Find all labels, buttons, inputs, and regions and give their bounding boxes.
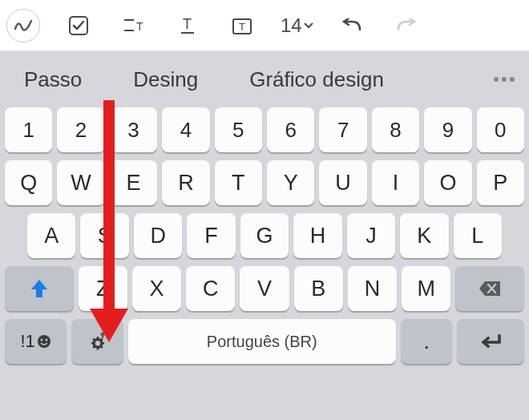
settings-key[interactable] <box>71 319 123 364</box>
backspace-key[interactable] <box>455 266 524 311</box>
key-1[interactable]: 1 <box>5 107 52 152</box>
symbols-key[interactable]: !1 <box>5 319 67 364</box>
key-v[interactable]: V <box>240 266 289 311</box>
key-w[interactable]: W <box>57 160 104 205</box>
svg-point-9 <box>40 339 42 341</box>
period-key[interactable]: . <box>401 319 452 364</box>
svg-point-11 <box>101 333 105 337</box>
key-h[interactable]: H <box>293 213 341 258</box>
key-s[interactable]: S <box>80 213 128 258</box>
suggestion-bar: Passo Desing Gráfico design <box>0 56 529 103</box>
redo-icon[interactable] <box>390 10 422 42</box>
key-m[interactable]: M <box>402 266 450 311</box>
key-f[interactable]: F <box>187 213 235 258</box>
key-c[interactable]: C <box>186 266 235 311</box>
key-e[interactable]: E <box>110 160 157 205</box>
key-u[interactable]: U <box>319 160 366 205</box>
chevron-down-icon <box>304 22 313 29</box>
key-g[interactable]: G <box>240 213 289 258</box>
key-b[interactable]: B <box>294 266 343 311</box>
emoji-icon <box>37 334 51 349</box>
gear-icon <box>87 331 107 352</box>
bottom-row: !1 Português (BR) . <box>5 319 524 364</box>
svg-text:T: T <box>239 21 245 33</box>
key-7[interactable]: 7 <box>319 107 366 152</box>
suggestion-item[interactable]: Gráfico design <box>240 67 394 92</box>
asdf-row: A S D F G H J K L <box>5 213 524 258</box>
key-6[interactable]: 6 <box>267 107 314 152</box>
key-z[interactable]: Z <box>79 266 127 311</box>
key-q[interactable]: Q <box>5 160 52 205</box>
enter-icon <box>479 333 503 350</box>
key-a[interactable]: A <box>27 213 75 258</box>
text-align-icon[interactable]: T <box>117 10 149 42</box>
svg-text:T: T <box>136 20 143 33</box>
keyboard: Passo Desing Gráfico design 1 2 3 4 5 6 … <box>0 51 529 420</box>
spacebar[interactable]: Português (BR) <box>128 319 397 364</box>
svg-text:T: T <box>183 16 192 32</box>
backspace-icon <box>478 280 502 297</box>
suggestion-item[interactable]: Desing <box>123 67 208 92</box>
underline-icon[interactable]: T <box>172 10 204 42</box>
text-box-icon[interactable]: T <box>226 10 258 42</box>
key-o[interactable]: O <box>424 160 471 205</box>
enter-key[interactable] <box>457 319 524 364</box>
key-n[interactable]: N <box>348 266 397 311</box>
key-y[interactable]: Y <box>267 160 314 205</box>
key-9[interactable]: 9 <box>424 107 471 152</box>
key-p[interactable]: P <box>477 160 524 205</box>
key-t[interactable]: T <box>215 160 262 205</box>
qwerty-row: Q W E R T Y U I O P <box>5 160 524 205</box>
suggestion-item[interactable]: Passo <box>14 67 91 92</box>
key-l[interactable]: L <box>454 213 502 258</box>
key-k[interactable]: K <box>400 213 448 258</box>
checkbox-icon[interactable] <box>63 10 95 42</box>
more-suggestions-icon[interactable] <box>494 77 515 82</box>
number-row: 1 2 3 4 5 6 7 8 9 0 <box>5 107 524 152</box>
key-2[interactable]: 2 <box>57 107 104 152</box>
scribble-icon[interactable] <box>6 9 40 42</box>
font-size-value: 14 <box>281 14 302 37</box>
key-4[interactable]: 4 <box>162 107 209 152</box>
key-3[interactable]: 3 <box>110 107 157 152</box>
svg-point-8 <box>38 335 50 348</box>
key-8[interactable]: 8 <box>372 107 419 152</box>
app-toolbar: T T T 14 <box>0 0 529 51</box>
zxcv-row: Z X C V B N M <box>5 266 524 311</box>
font-size-selector[interactable]: 14 <box>281 14 313 37</box>
key-i[interactable]: I <box>372 160 419 205</box>
key-d[interactable]: D <box>134 213 182 258</box>
shift-icon <box>30 278 49 299</box>
shift-key[interactable] <box>5 266 74 311</box>
undo-icon[interactable] <box>336 10 368 42</box>
key-0[interactable]: 0 <box>477 107 524 152</box>
svg-rect-12 <box>102 336 103 338</box>
key-r[interactable]: R <box>162 160 209 205</box>
key-x[interactable]: X <box>132 266 181 311</box>
svg-point-10 <box>45 339 47 341</box>
key-5[interactable]: 5 <box>215 107 262 152</box>
svg-point-13 <box>95 341 100 345</box>
key-j[interactable]: J <box>347 213 395 258</box>
